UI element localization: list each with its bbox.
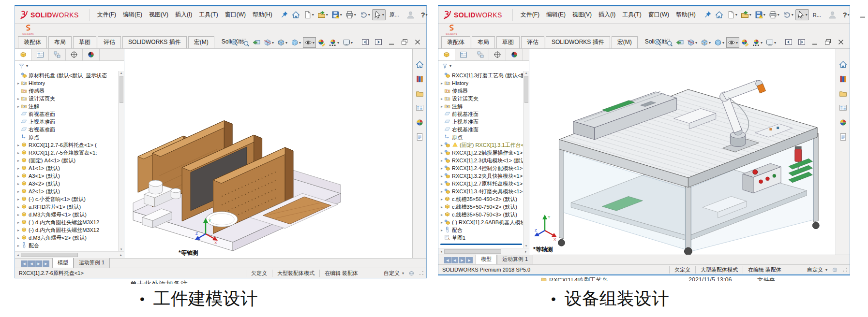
task-pane-view-palette[interactable]	[839, 104, 847, 114]
tab-scroll-next-button[interactable]: ▶	[459, 257, 465, 263]
tree-item[interactable]: ▸A2<1> (默认)	[16, 187, 118, 195]
configurationmanager-tab[interactable]	[472, 49, 489, 60]
menu-文件(F)[interactable]: 文件(F)	[94, 9, 120, 20]
dropdown-arrow-icon[interactable]: ▾	[761, 41, 763, 45]
tree-item[interactable]: 右视基准面	[439, 126, 523, 133]
ribbon-tab-评估[interactable]: 评估	[521, 36, 544, 48]
menu-工具(T)[interactable]: 工具(T)	[619, 9, 644, 20]
save-button[interactable]: ▾	[753, 9, 767, 20]
propertymanager-tab[interactable]	[32, 49, 49, 60]
tree-item[interactable]: ▸RXCX[1].2.7-6原料托盘<1> (	[16, 141, 118, 149]
featuremanager-tab[interactable]	[438, 49, 455, 60]
tree-item[interactable]: ▸c.线槽35×50-750<3> (默认)	[439, 211, 523, 218]
tree-item[interactable]: ▸A注解	[16, 102, 118, 110]
expand-arrow-icon[interactable]: ▸	[16, 81, 21, 86]
tab-motion-study[interactable]: 运动算例 1	[497, 254, 533, 264]
edit-appearance-button[interactable]	[316, 37, 327, 48]
tab-scroll-prev-button[interactable]: ◀	[451, 257, 458, 263]
tree-item[interactable]: ▸RXCX[1].2.7原料托盘模块<1> (	[439, 180, 523, 187]
print-button[interactable]: ▾	[767, 9, 781, 20]
expand-arrow-icon[interactable]: ▸	[16, 205, 21, 209]
expand-arrow-icon[interactable]: ▸	[439, 104, 444, 109]
tree-item[interactable]: ▸(固定) A4<1> (默认)	[16, 157, 118, 164]
window-minimize-button[interactable]	[856, 9, 868, 21]
status-custom-dropdown[interactable]: 自定义▾	[379, 270, 408, 277]
expand-arrow-icon[interactable]: ▸	[439, 189, 444, 194]
tree-item[interactable]: ▸d.M3六角螺母<2> (默认)	[16, 234, 118, 242]
tree-item[interactable]: 前视基准面	[439, 110, 523, 118]
display-style-button[interactable]: ▾	[289, 37, 302, 48]
tree-horizontal-scrollbar[interactable]: ◂▸	[15, 251, 124, 258]
expand-arrow-icon[interactable]: ▸	[439, 197, 444, 202]
home-button[interactable]	[290, 9, 301, 20]
pane-right-button[interactable]	[798, 38, 806, 46]
tree-vertical-scrollbar[interactable]: ▴▾	[118, 71, 124, 251]
ribbon-tab-评估[interactable]: 评估	[98, 36, 121, 48]
dropdown-arrow-icon[interactable]: ▾	[736, 41, 738, 45]
expand-arrow-icon[interactable]: ▸	[16, 228, 21, 232]
dropdown-arrow-icon[interactable]: ▾	[749, 13, 751, 17]
view-settings-button[interactable]: ▾	[764, 37, 778, 48]
expand-arrow-icon[interactable]: ▸	[439, 174, 444, 178]
dropdown-arrow-icon[interactable]: ▾	[351, 41, 353, 45]
dropdown-arrow-icon[interactable]: ▾	[763, 13, 765, 17]
graphics-area[interactable]: Y X Z *等轴测	[529, 49, 836, 255]
task-pane-custom-properties[interactable]	[839, 133, 847, 143]
dropdown-arrow-icon[interactable]: ▾	[340, 13, 342, 17]
expand-arrow-icon[interactable]: ▸	[439, 205, 444, 209]
zoom-area-button[interactable]	[240, 37, 251, 48]
tab-motion-study[interactable]: 运动算例 1	[74, 258, 110, 268]
tree-item[interactable]: ▸(-) d.内六角圆柱头螺丝M3X12	[16, 218, 118, 226]
expand-arrow-icon[interactable]: ▸	[439, 228, 444, 232]
expand-arrow-icon[interactable]: ▸	[16, 189, 21, 194]
tree-root-item[interactable]: 原材料托盘 (默认<默认_显示状态	[16, 72, 118, 79]
ribbon-tab-装配体[interactable]: 装配体	[441, 36, 470, 48]
expand-arrow-icon[interactable]: ▸	[16, 197, 21, 202]
apply-scene-button[interactable]: ▾	[751, 37, 764, 48]
tree-item[interactable]: ▸A3<2> (默认)	[16, 180, 118, 187]
tab-model[interactable]: 模型	[52, 258, 74, 268]
expand-arrow-icon[interactable]: ▸	[439, 151, 444, 155]
tree-item[interactable]: ▸(-) c.小爱音响<1> (默认)	[16, 195, 118, 203]
expand-arrow-icon[interactable]: ▸	[16, 151, 21, 155]
menu-编辑(E)[interactable]: 编辑(E)	[543, 9, 569, 20]
expand-arrow-icon[interactable]: ▸	[439, 97, 444, 101]
tree-item[interactable]: ▸RXCX[1].3.2夹具快换模块<1> (	[439, 172, 523, 180]
tree-item[interactable]: ▸a.RFID芯片<1> (默认)	[16, 203, 118, 211]
view-orientation-button[interactable]: ▾	[276, 37, 289, 48]
tree-item[interactable]: ▸RXCX[1].3.4打磨夹具模块<1> (	[439, 187, 523, 195]
resize-grip[interactable]	[842, 267, 848, 273]
zoom-fit-button[interactable]	[229, 37, 239, 48]
dropdown-arrow-icon[interactable]: ▾	[778, 13, 779, 17]
configurationmanager-tab[interactable]	[49, 49, 66, 60]
status-custom-dropdown[interactable]: 自定义▾	[803, 266, 832, 274]
ribbon-tab-草图[interactable]: 草图	[496, 36, 520, 48]
dropdown-arrow-icon[interactable]: ▾	[709, 41, 711, 45]
dropdown-arrow-icon[interactable]: ▾	[313, 41, 314, 45]
tree-root-item[interactable]: RXCX[1].3打磨工艺岛 (默认<默认_	[439, 72, 523, 79]
expand-arrow-icon[interactable]: ▸	[16, 166, 21, 171]
menu-帮助(H)[interactable]: 帮助(H)	[249, 9, 276, 20]
tree-item[interactable]: 传感器	[16, 87, 118, 95]
doc-minimize-button[interactable]	[388, 38, 395, 46]
expand-arrow-icon[interactable]: ▸	[439, 166, 444, 171]
user-account-button[interactable]	[827, 9, 838, 20]
menu-插入(I)[interactable]: 插入(I)	[595, 9, 619, 20]
tree-item[interactable]: ▸A1<1> (默认)	[16, 164, 118, 172]
edit-appearance-button[interactable]	[740, 37, 750, 48]
filter-button[interactable]: ▾	[440, 62, 453, 70]
expand-arrow-icon[interactable]: ▸	[16, 182, 21, 186]
dropdown-arrow-icon[interactable]: ▾	[285, 41, 287, 45]
select-cursor-button[interactable]: ▾	[795, 9, 809, 20]
task-pane-file-explorer[interactable]	[839, 89, 847, 100]
expand-arrow-icon[interactable]: ▸	[16, 143, 21, 147]
expand-arrow-icon[interactable]: ▸	[16, 220, 21, 225]
previous-view-button[interactable]	[251, 37, 262, 48]
tree-item[interactable]: ▸History	[439, 79, 523, 87]
section-view-button[interactable]: ▾	[262, 37, 275, 48]
menu-视图(V)[interactable]: 视图(V)	[569, 9, 595, 20]
resize-grip[interactable]	[419, 270, 424, 276]
dropdown-arrow-icon[interactable]: ▾	[774, 41, 776, 45]
task-pane-appearances[interactable]	[839, 118, 847, 129]
tree-item[interactable]: ▸History	[16, 79, 118, 87]
